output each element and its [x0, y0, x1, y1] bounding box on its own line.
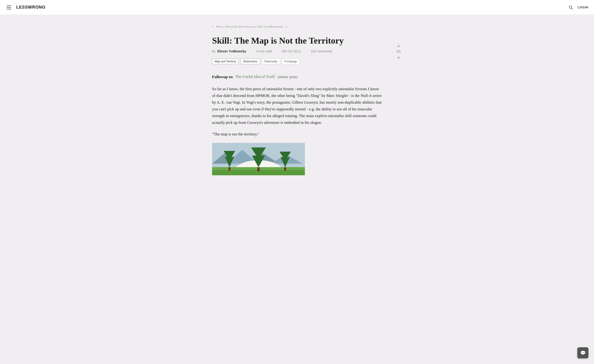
site-header: LESSWRONG LOGIN [0, 0, 594, 15]
site-logo[interactable]: LESSWRONG [16, 5, 46, 10]
article-meta: by Eliezer Yudkowsky · 6 min read · 6th … [212, 49, 382, 53]
tag-frontpage[interactable]: Frontpage [282, 59, 300, 64]
followup-line: Followup to: The Useful Idea of Truth° (… [212, 73, 382, 80]
main-content: ‹ Highly Advanced Epistemology 101 for B… [0, 15, 594, 364]
meta-separator-3: · [305, 49, 306, 53]
by-label: by Eliezer Yudkowsky [212, 49, 246, 53]
header-right: LOGIN [568, 5, 588, 10]
login-button[interactable]: LOGIN [578, 6, 588, 9]
upvote-button[interactable]: ▲ [396, 43, 401, 48]
read-time: 6 min read [257, 49, 272, 53]
quote-line: "The map is not the territory." [212, 131, 382, 138]
series-navigation: ‹ Highly Advanced Epistemology 101 for B… [212, 24, 382, 29]
tags-row: Map and Territory Distinctions Rationali… [212, 59, 382, 64]
svg-rect-15 [257, 167, 260, 171]
series-prev-arrow[interactable]: ‹ [212, 24, 214, 29]
series-title: Highly Advanced Epistemology 101 for Beg… [216, 25, 283, 28]
chat-icon: 💬 [580, 350, 586, 356]
meta-separator-1: · [251, 49, 252, 53]
svg-rect-18 [284, 167, 286, 171]
followup-link[interactable]: The Useful Idea of Truth° [235, 74, 276, 79]
chat-widget[interactable]: 💬 [577, 347, 588, 358]
article-comments[interactable]: 181 comments [311, 49, 332, 53]
vote-widget: ▲ 96 ▼ [396, 43, 401, 60]
article-date: 6th Oct 2012 [282, 49, 301, 53]
tag-rationality[interactable]: Rationality [262, 59, 280, 64]
header-left: LESSWRONG [6, 5, 568, 10]
meta-separator-2: · [277, 49, 277, 53]
followup-label: Followup to: [212, 74, 233, 79]
svg-rect-12 [229, 167, 230, 171]
article-author[interactable]: Eliezer Yudkowsky [217, 49, 246, 53]
tag-map-territory[interactable]: Map and Territory [212, 59, 239, 64]
italic-actually: actually [212, 120, 225, 125]
by-text: by [212, 49, 216, 53]
hamburger-menu-icon[interactable] [6, 5, 12, 10]
article-paragraph-1: So far as I know, the first piece of rat… [212, 86, 382, 126]
series-next-arrow[interactable]: › [286, 24, 287, 29]
article-illustration [212, 143, 305, 175]
search-button[interactable] [568, 5, 573, 10]
article-container: ‹ Highly Advanced Epistemology 101 for B… [207, 24, 387, 175]
followup-note: (minor post) [278, 74, 298, 79]
tag-distinctions[interactable]: Distinctions [241, 59, 260, 64]
article-body: Followup to: The Useful Idea of Truth° (… [212, 73, 382, 176]
article-title: Skill: The Map is Not the Territory [212, 35, 382, 46]
downvote-button[interactable]: ▼ [396, 55, 401, 60]
vote-count: 96 [396, 49, 401, 54]
svg-line-1 [571, 8, 573, 9]
